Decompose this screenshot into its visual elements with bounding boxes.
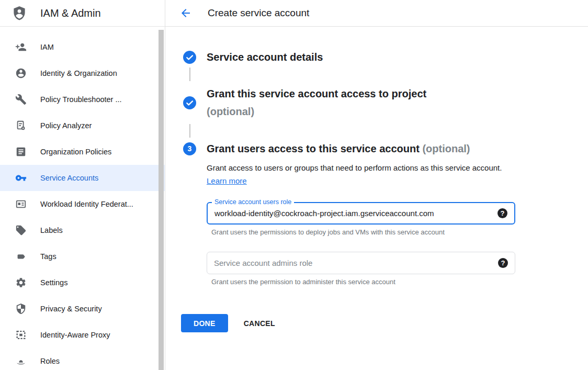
admins-role-help-icon[interactable]: ? [498,258,508,268]
admins-role-helper-text: Grant users the permission to administer… [211,278,588,286]
step-2-optional-label: (optional) [207,103,426,120]
users-role-input[interactable] [214,209,497,218]
sidebar-item-organization-policies[interactable]: Organization Policies [0,139,165,165]
label-arrow-icon [15,250,27,263]
article-icon [15,145,27,158]
iam-shield-icon [12,5,27,21]
sidebar-item-label: Labels [40,226,63,234]
sidebar-item-label: IAM [40,43,54,51]
sidebar-item-label: Identity-Aware Proxy [40,331,110,339]
main-panel: Create service account Service account d… [165,0,588,370]
sidebar-header: IAM & Admin [0,0,165,27]
arrow-back-icon [179,7,192,19]
sidebar-item-privacy-security[interactable]: Privacy & Security [0,296,165,322]
page-title: Create service account [208,7,309,19]
sidebar-item-service-accounts[interactable]: Service Accounts [0,165,165,191]
learn-more-link[interactable]: Learn more [207,176,247,185]
step-3-body: Grant access to users or groups that nee… [207,161,588,286]
step-2-title: Grant this service account access to pro… [207,85,426,120]
product-title: IAM & Admin [40,7,101,19]
sidebar-item-label: Service Accounts [40,174,98,182]
policy-doc-icon [15,119,27,132]
step-1: Service account details [183,51,588,64]
step-2: Grant this service account access to pro… [183,85,588,120]
shield-half-icon [15,302,27,315]
done-button[interactable]: DONE [181,314,228,332]
admins-role-input[interactable] [214,259,498,267]
sidebar-item-label: Organization Policies [40,148,111,156]
page-header: Create service account [165,0,588,27]
gear-icon [15,276,27,289]
sidebar-item-label: Identity & Organization [40,69,117,77]
step-3-optional-label: (optional) [422,143,470,154]
back-button[interactable] [179,7,192,19]
users-role-field-label: Service account users role [212,198,294,206]
tag-icon [15,224,27,237]
users-role-helper-text: Grant users the permissions to deploy jo… [211,228,588,237]
users-role-field: Service account users role ? [207,202,515,225]
service-account-key-icon [15,172,27,184]
wrench-icon [15,93,27,106]
step-1-title: Service account details [207,51,323,64]
app-window: IAM & Admin IAMIdentity & OrganizationPo… [0,0,588,370]
sidebar-item-policy-analyzer[interactable]: Policy Analyzer [0,113,165,139]
sidebar-item-label: Policy Analyzer [40,121,92,130]
sidebar-item-identity-aware-proxy[interactable]: Identity-Aware Proxy [0,322,165,348]
actions-row: DONE CANCEL [181,314,588,332]
users-role-help-icon[interactable]: ? [497,208,507,218]
step-connector [183,68,196,81]
step-3-number-badge[interactable]: 3 [183,142,196,155]
step-2-check-icon[interactable] [183,96,196,109]
admins-role-field: ? [207,252,515,274]
proxy-square-icon [15,329,27,341]
step-connector [183,124,196,138]
sidebar-item-label: Privacy & Security [40,305,102,313]
sidebar-item-label: Roles [40,357,60,365]
sidebar-item-label: Policy Troubleshooter ... [40,95,122,104]
person-add-icon [15,41,27,53]
step-3: 3 Grant users access to this service acc… [183,141,588,156]
sidebar-item-settings[interactable]: Settings [0,270,165,296]
stepper-content: Service account details Grant this servi… [165,27,588,332]
sidebar-nav: IAMIdentity & OrganizationPolicy Trouble… [0,27,165,370]
cancel-button[interactable]: CANCEL [244,319,275,328]
sidebar-scrollbar[interactable] [159,30,164,370]
account-circle-icon [15,67,27,80]
sidebar-item-labels[interactable]: Labels [0,217,165,243]
sidebar-item-identity-organization[interactable]: Identity & Organization [0,60,165,86]
sidebar-item-tags[interactable]: Tags [0,243,165,270]
step-1-check-icon[interactable] [183,51,196,64]
badge-card-icon [15,198,27,210]
sidebar-item-policy-troubleshooter[interactable]: Policy Troubleshooter ... [0,86,165,113]
step-3-description: Grant access to users or groups that nee… [207,161,502,187]
hat-icon [15,355,27,367]
step-3-title: Grant users access to this service accou… [207,141,470,156]
sidebar-item-label: Settings [40,278,67,287]
sidebar-item-label: Tags [40,252,56,261]
sidebar: IAM & Admin IAMIdentity & OrganizationPo… [0,0,165,370]
sidebar-item-workload-identity-federat[interactable]: Workload Identity Federat... [0,191,165,217]
sidebar-item-label: Workload Identity Federat... [40,200,133,208]
sidebar-item-iam[interactable]: IAM [0,34,165,60]
sidebar-item-roles[interactable]: Roles [0,348,165,370]
